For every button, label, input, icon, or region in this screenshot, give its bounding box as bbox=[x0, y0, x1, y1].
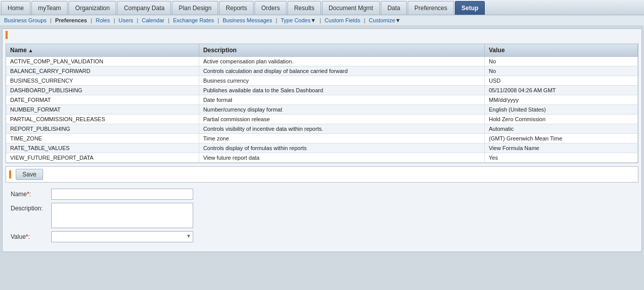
customize-dropdown-icon[interactable]: ▼ bbox=[395, 17, 401, 23]
form-row-description: Description: bbox=[11, 203, 633, 228]
table-row[interactable]: DASHBOARD_PUBLISHINGPublishes available … bbox=[6, 86, 638, 95]
separator: | bbox=[364, 17, 365, 23]
tab-orders[interactable]: Orders bbox=[255, 1, 287, 15]
subnav-roles[interactable]: Roles bbox=[96, 17, 110, 23]
tab-preferences[interactable]: Preferences bbox=[408, 1, 454, 15]
subnav-custom-fields[interactable]: Custom Fields bbox=[325, 17, 360, 23]
value-select[interactable] bbox=[51, 231, 193, 242]
separator: | bbox=[276, 17, 277, 23]
tab-myteam[interactable]: myTeam bbox=[31, 1, 67, 15]
value-select-wrapper: ▼ bbox=[51, 231, 193, 242]
subnav-type-codes[interactable]: Type Codes bbox=[281, 17, 311, 23]
subnav-users[interactable]: Users bbox=[119, 17, 133, 23]
form-section: Name*: Description: Value*: ▼ bbox=[3, 185, 641, 251]
cell-name: VIEW_FUTURE_REPORT_DATA bbox=[6, 153, 199, 163]
preferences-table: Name Description Value ACTIVE_COMP_PLAN_… bbox=[6, 44, 638, 163]
separator: | bbox=[50, 17, 52, 23]
subnav-calendar[interactable]: Calendar bbox=[142, 17, 165, 23]
tab-plan-design[interactable]: Plan Design bbox=[172, 1, 218, 15]
cell-value: No bbox=[484, 66, 637, 76]
cell-description: Number/currency display format bbox=[199, 105, 484, 115]
tab-results[interactable]: Results bbox=[288, 1, 321, 15]
table-row[interactable]: ACTIVE_COMP_PLAN_VALIDATIONActive compen… bbox=[6, 57, 638, 66]
separator: | bbox=[218, 17, 219, 23]
cell-value: Hold Zero Commission bbox=[484, 115, 637, 124]
subnav-exchange-rates[interactable]: Exchange Rates bbox=[173, 17, 214, 23]
cell-value: View Formula Name bbox=[484, 143, 637, 153]
table-row[interactable]: DATE_FORMATDate formatMM/dd/yyyy bbox=[6, 95, 638, 105]
cell-name: DASHBOARD_PUBLISHING bbox=[6, 86, 199, 95]
save-section: Save bbox=[6, 166, 638, 183]
table-row[interactable]: REPORT_PUBLISHINGControls visibility of … bbox=[6, 124, 638, 134]
separator: | bbox=[319, 17, 321, 23]
cell-name: BUSINESS_CURRENCY bbox=[6, 76, 199, 86]
table-row[interactable]: RATE_TABLE_VALUESControls display of for… bbox=[6, 143, 638, 153]
form-row-value: Value*: ▼ bbox=[11, 231, 633, 242]
cell-name: PARTIAL_COMMISSION_RELEASES bbox=[6, 115, 199, 124]
cell-description: Time zone bbox=[199, 134, 484, 143]
cell-description: Active compensation plan validation. bbox=[199, 57, 484, 66]
top-accent-region bbox=[3, 29, 641, 42]
save-button[interactable]: Save bbox=[16, 169, 43, 180]
col-header-description: Description bbox=[199, 44, 484, 57]
tab-data[interactable]: Data bbox=[381, 1, 407, 15]
value-label: Value*: bbox=[11, 231, 51, 240]
cell-description: Date format bbox=[199, 95, 484, 105]
name-label: Name*: bbox=[11, 189, 51, 198]
table-row[interactable]: BALANCE_CARRY_FORWARDControls calculatio… bbox=[6, 66, 638, 76]
cell-value: Automatic bbox=[484, 124, 637, 134]
cell-value: 05/11/2008 04:26 AM GMT bbox=[484, 86, 637, 95]
cell-description: Publishes available data to the Sales Da… bbox=[199, 86, 484, 95]
table-row[interactable]: PARTIAL_COMMISSION_RELEASESPartial commi… bbox=[6, 115, 638, 124]
cell-name: DATE_FORMAT bbox=[6, 95, 199, 105]
cell-description: View future report data bbox=[199, 153, 484, 163]
table-row[interactable]: TIME_ZONETime zone(GMT) Greenwich Mean T… bbox=[6, 134, 638, 143]
subnav-preferences-active: Preferences bbox=[55, 17, 87, 23]
cell-description: Partial commission release bbox=[199, 115, 484, 124]
save-accent-bar bbox=[9, 170, 11, 178]
cell-name: RATE_TABLE_VALUES bbox=[6, 143, 199, 153]
cell-value: (GMT) Greenwich Mean Time bbox=[484, 134, 637, 143]
cell-value: No bbox=[484, 57, 637, 66]
main-content: Name Description Value ACTIVE_COMP_PLAN_… bbox=[2, 28, 642, 252]
cell-value: USD bbox=[484, 76, 637, 86]
tab-company-data[interactable]: Company Data bbox=[117, 1, 171, 15]
cell-value: MM/dd/yyyy bbox=[484, 95, 637, 105]
table-row[interactable]: VIEW_FUTURE_REPORT_DATAView future repor… bbox=[6, 153, 638, 163]
cell-value: English (United States) bbox=[484, 105, 637, 115]
subnav-business-messages[interactable]: Business Messages bbox=[223, 17, 272, 23]
description-textarea[interactable] bbox=[51, 203, 193, 228]
tab-reports[interactable]: Reports bbox=[219, 1, 254, 15]
cell-name: ACTIVE_COMP_PLAN_VALIDATION bbox=[6, 57, 199, 66]
cell-description: Controls display of formulas within repo… bbox=[199, 143, 484, 153]
table-header-row: Name Description Value bbox=[6, 44, 638, 57]
separator: | bbox=[91, 17, 92, 23]
separator: | bbox=[168, 17, 169, 23]
cell-name: NUMBER_FORMAT bbox=[6, 105, 199, 115]
tab-home[interactable]: Home bbox=[1, 1, 30, 15]
cell-name: BALANCE_CARRY_FORWARD bbox=[6, 66, 199, 76]
cell-description: Controls calculation and display of bala… bbox=[199, 66, 484, 76]
cell-description: Controls visibility of incentive data wi… bbox=[199, 124, 484, 134]
cell-description: Business currency bbox=[199, 76, 484, 86]
subnav-business-groups[interactable]: Business Groups bbox=[4, 17, 47, 23]
form-row-name: Name*: bbox=[11, 189, 633, 200]
tab-organization[interactable]: Organization bbox=[68, 1, 116, 15]
separator: | bbox=[114, 17, 115, 23]
preferences-table-section: Name Description Value ACTIVE_COMP_PLAN_… bbox=[6, 44, 638, 163]
col-header-value: Value bbox=[484, 44, 637, 57]
cell-name: TIME_ZONE bbox=[6, 134, 199, 143]
name-input[interactable] bbox=[51, 189, 193, 200]
table-row[interactable]: BUSINESS_CURRENCYBusiness currencyUSD bbox=[6, 76, 638, 86]
top-accent-bar bbox=[6, 31, 8, 39]
table-row[interactable]: NUMBER_FORMATNumber/currency display for… bbox=[6, 105, 638, 115]
type-codes-dropdown-icon[interactable]: ▼ bbox=[310, 17, 316, 23]
sub-navigation: Business Groups | Preferences | Roles | … bbox=[0, 15, 644, 26]
tab-setup[interactable]: Setup bbox=[455, 1, 485, 15]
col-header-name[interactable]: Name bbox=[6, 44, 199, 57]
cell-name: REPORT_PUBLISHING bbox=[6, 124, 199, 134]
subnav-customize[interactable]: Customize bbox=[369, 17, 395, 23]
separator: | bbox=[137, 17, 138, 23]
cell-value: Yes bbox=[484, 153, 637, 163]
tab-document-mgmt[interactable]: Document Mgmt bbox=[322, 1, 380, 15]
